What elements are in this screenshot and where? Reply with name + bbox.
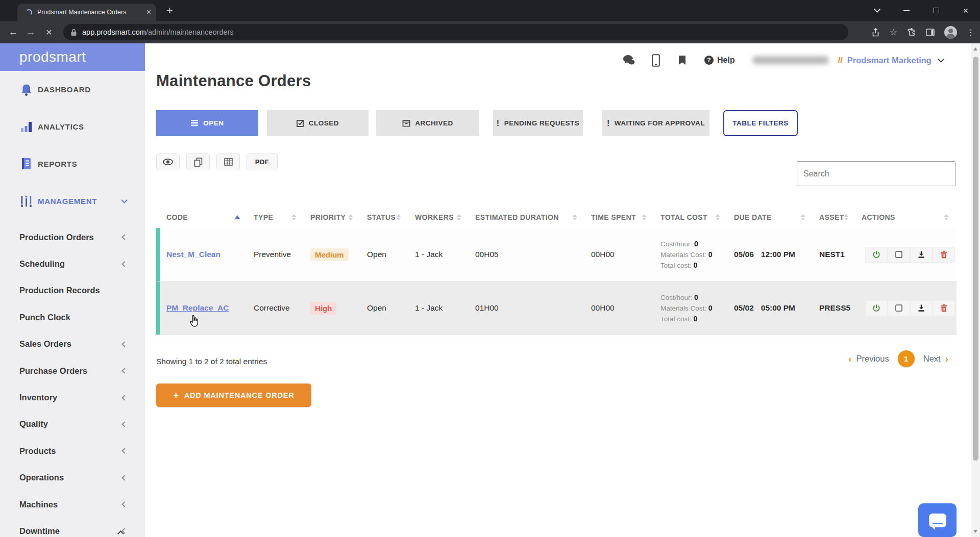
add-maintenance-order-button[interactable]: + ADD MAINTENANCE ORDER <box>156 383 311 407</box>
column-header-actions[interactable]: ACTIONS <box>855 213 957 221</box>
exclamation-icon: ! <box>497 119 500 128</box>
sort-icon[interactable] <box>349 214 353 220</box>
side-panel-button[interactable] <box>926 29 935 36</box>
sidebar-item-analytics[interactable]: ANALYTICS <box>0 108 145 145</box>
scrollbar-thumb[interactable] <box>973 57 978 461</box>
next-page-button[interactable]: Next <box>923 354 941 364</box>
sort-icon[interactable] <box>642 214 646 220</box>
order-code-link[interactable]: Nest_M_Clean <box>166 250 220 259</box>
chat-bubbles-icon[interactable] <box>623 55 636 66</box>
checkbox-icon <box>895 304 902 312</box>
column-header-estimated-duration[interactable]: ESTIMATED DURATION <box>469 213 585 221</box>
column-header-due-date[interactable]: DUE DATE <box>728 213 813 221</box>
column-header-priority[interactable]: PRIORITY <box>304 213 361 221</box>
column-header-type[interactable]: TYPE <box>248 213 304 221</box>
column-visibility-button[interactable] <box>156 154 180 170</box>
new-tab-button[interactable]: + <box>166 4 173 17</box>
sidebar-item-reports[interactable]: REPORTS <box>0 145 145 183</box>
sidebar-item-inventory[interactable]: Inventory <box>0 384 145 411</box>
eye-icon <box>163 159 173 165</box>
organization-name[interactable]: Prodsmart Marketing <box>847 56 932 65</box>
browser-profile-avatar[interactable] <box>944 26 957 39</box>
chevron-left-icon <box>121 448 127 454</box>
column-header-total-cost[interactable]: TOTAL COST <box>654 213 728 221</box>
tab-waiting-for-approval[interactable]: ! WAITING FOR APPROVAL <box>602 110 709 136</box>
sort-icon[interactable] <box>801 214 805 220</box>
browser-forward-button[interactable]: → <box>20 21 41 43</box>
select-order-checkbox[interactable] <box>888 300 910 316</box>
sidebar-item-production-records[interactable]: Production Records <box>0 277 145 304</box>
select-order-checkbox[interactable] <box>888 247 910 263</box>
copy-button[interactable] <box>186 154 210 170</box>
sort-icon[interactable] <box>944 214 948 220</box>
chat-widget-button[interactable] <box>918 503 957 537</box>
sidebar-item-products[interactable]: Products <box>0 438 145 464</box>
sort-icon[interactable] <box>292 214 296 220</box>
delete-order-button[interactable] <box>933 247 955 263</box>
window-close-button[interactable]: × <box>953 0 978 21</box>
sidebar-item-dashboard[interactable]: DASHBOARD <box>0 71 145 108</box>
browser-menu-button[interactable]: ⋮ <box>967 28 975 37</box>
order-code-link[interactable]: PM_Replace_AC <box>166 303 229 312</box>
prodsmart-logo[interactable]: prodsmart <box>0 43 145 71</box>
sidebar-item-punch-clock[interactable]: Punch Clock <box>0 304 145 330</box>
download-order-button[interactable] <box>910 247 933 263</box>
tab-open[interactable]: OPEN <box>156 110 258 136</box>
sidebar-item-operations[interactable]: Operations <box>0 465 145 491</box>
sidebar-item-production-orders[interactable]: Production Orders <box>0 224 145 250</box>
sidebar-item-scheduling[interactable]: Scheduling <box>0 250 145 277</box>
sidebar-item-management[interactable]: MANAGEMENT <box>0 183 145 220</box>
sort-ascending-icon[interactable] <box>234 215 240 219</box>
current-page-button[interactable]: 1 <box>898 350 915 367</box>
column-header-workers[interactable]: WORKERS <box>409 213 469 221</box>
share-button[interactable] <box>871 28 880 37</box>
tab-close-icon[interactable]: × <box>146 8 151 16</box>
browser-stop-button[interactable]: × <box>39 21 59 43</box>
export-table-button[interactable] <box>216 154 240 170</box>
sort-icon[interactable] <box>844 214 848 220</box>
sort-icon[interactable] <box>573 214 577 220</box>
sidebar-item-sales-orders[interactable]: Sales Orders <box>0 331 145 357</box>
sidebar-item-machines[interactable]: Machines <box>0 491 145 518</box>
mobile-phone-icon[interactable] <box>652 54 660 67</box>
table-filters-button[interactable]: TABLE FILTERS <box>723 110 798 136</box>
scrollbar-down-arrow-icon[interactable] <box>973 530 977 533</box>
browser-tab[interactable]: Prodsmart Maintenance Orders × <box>17 4 156 21</box>
bookmark-page-button[interactable]: ☆ <box>890 27 897 38</box>
column-header-code[interactable]: CODE <box>160 213 248 221</box>
address-bar[interactable]: app.prodsmart.com/admin/maintenanceorder… <box>63 24 848 40</box>
status-filter-tabs: OPEN CLOSED ARCHIVED ! PENDING REQUESTS … <box>156 110 798 136</box>
tab-pending-requests[interactable]: ! PENDING REQUESTS <box>493 110 583 136</box>
extensions-puzzle-button[interactable] <box>907 28 916 37</box>
tab-search-button[interactable] <box>865 0 889 21</box>
start-order-button[interactable] <box>865 247 888 263</box>
window-minimize-button[interactable] <box>894 0 919 21</box>
help-button[interactable]: ? Help <box>704 56 735 65</box>
bookmark-icon[interactable] <box>678 55 686 65</box>
export-pdf-button[interactable]: PDF <box>247 154 278 170</box>
column-header-status[interactable]: STATUS <box>361 213 409 221</box>
order-asset: PRESS5 <box>813 303 855 313</box>
sidebar-item-quality[interactable]: Quality <box>0 411 145 438</box>
column-header-asset[interactable]: ASSET <box>813 213 855 221</box>
previous-page-button[interactable]: Previous <box>856 354 889 364</box>
sidebar-item-purchase-orders[interactable]: Purchase Orders <box>0 357 145 384</box>
sidebar-subitem-label: Sales Orders <box>19 339 71 349</box>
sort-icon[interactable] <box>457 214 461 220</box>
user-name-redacted[interactable] <box>752 56 829 64</box>
sort-icon[interactable] <box>397 214 401 220</box>
scrollbar-up-arrow-icon[interactable] <box>973 47 977 50</box>
start-order-button[interactable] <box>865 300 888 316</box>
chevron-left-icon <box>121 421 127 427</box>
tab-closed[interactable]: CLOSED <box>267 110 369 136</box>
delete-order-button[interactable] <box>933 300 955 316</box>
page-scrollbar[interactable] <box>971 43 980 537</box>
search-input[interactable] <box>797 161 955 186</box>
download-order-button[interactable] <box>910 300 933 316</box>
chevron-down-icon[interactable] <box>938 56 944 63</box>
url-path: /admin/maintenanceorders <box>146 28 234 36</box>
sort-icon[interactable] <box>716 214 720 220</box>
window-maximize-button[interactable] <box>924 0 948 21</box>
tab-archived[interactable]: ARCHIVED <box>376 110 479 136</box>
column-header-time-spent[interactable]: TIME SPENT <box>585 213 654 221</box>
